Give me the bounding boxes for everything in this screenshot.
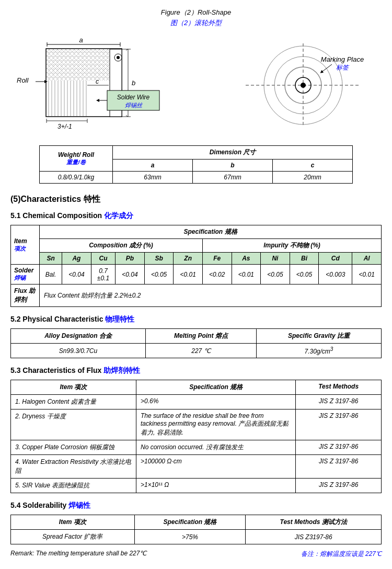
- sold-row-method: JIS Z3197-86: [246, 530, 382, 544]
- roll-right-diagram: Marking Place 标签: [230, 33, 376, 138]
- flux-row-spec: The surface of the residue shall be free…: [136, 409, 295, 440]
- flux-row-item: 3. Copper Plate Corrosion 铜板腐蚀: [11, 440, 136, 455]
- flux-row-spec: No corrosion occurred. 没有腐蚀发生: [136, 440, 295, 455]
- melting-val: 227 ℃: [145, 344, 256, 358]
- val-as: <0.01: [232, 265, 261, 284]
- svg-text:标签: 标签: [336, 64, 350, 71]
- flux-row-item: 1. Halogen Content 卤素含量: [11, 395, 136, 409]
- col-ni: Ni: [261, 253, 290, 265]
- flux-content: Flux Content 助焊剂含量 2.2%±0.2: [40, 284, 382, 307]
- physical-table: Alloy Designation 合金 Melting Point 熔点 Sp…: [10, 328, 382, 358]
- flux-row-method: JIS Z 3197-86: [296, 409, 382, 440]
- figure-title-cn: 图（2）滚轮外型: [10, 18, 382, 28]
- col-cu: Cu: [91, 253, 115, 265]
- s51-heading: 5.1 Chemical Composition 化学成分: [10, 211, 382, 221]
- sold-row-spec: >75%: [134, 530, 246, 544]
- col-ag: Ag: [62, 253, 91, 265]
- section5-heading: (5)Characteristics 特性: [10, 194, 382, 205]
- sold-spec-header: Specification 规格: [134, 515, 246, 530]
- solder-label: Solder 焊锡: [11, 265, 40, 284]
- dim-weight-val: 0.8/0.9/1.0kg: [40, 172, 113, 184]
- remark: Remark: The melting temperature shall be…: [10, 550, 382, 559]
- flux-row-item: 2. Dryness 干燥度: [11, 409, 136, 440]
- flux-row-method: JIS Z 3197-86: [296, 440, 382, 455]
- col-pb: Pb: [116, 253, 145, 265]
- svg-text:Solder Wire: Solder Wire: [117, 94, 150, 101]
- flux-row: 1. Halogen Content 卤素含量 >0.6% JIS Z 3197…: [11, 395, 382, 409]
- flux-row: 3. Copper Plate Corrosion 铜板腐蚀 No corros…: [11, 440, 382, 455]
- dim-c-val: 20mm: [273, 172, 353, 184]
- col-al: Al: [352, 253, 382, 265]
- flux-method-header: Test Methods: [296, 380, 382, 395]
- flux-row: 4. Water Extraction Resistivity 水溶液比电阻 >…: [11, 455, 382, 479]
- val-fe: <0.02: [202, 265, 232, 284]
- val-cu: 0.7±0.1: [91, 265, 115, 284]
- col-zn: Zn: [174, 253, 203, 265]
- flux-row-item: 5. SIR Value 表面绝缘阻抗: [11, 479, 136, 493]
- flux-label: Flux 助焊剂: [11, 284, 40, 307]
- dim-b-val: 67mm: [193, 172, 273, 184]
- val-cd: <0.003: [319, 265, 352, 284]
- svg-text:c: c: [96, 78, 99, 85]
- svg-rect-9: [47, 81, 87, 116]
- dimension-table: Weight/ Roll 重量/卷 Dimension 尺寸 a b c 0.8…: [39, 145, 353, 184]
- col-sb: Sb: [144, 253, 174, 265]
- svg-text:Marking Place: Marking Place: [321, 55, 364, 63]
- dim-header-main: Dimension 尺寸: [113, 146, 353, 160]
- val-ag: <0.04: [62, 265, 91, 284]
- flux-row-method: JIS Z 3197-86: [296, 455, 382, 479]
- melting-header: Melting Point 熔点: [145, 329, 256, 344]
- dim-a-val: 63mm: [113, 172, 193, 184]
- flux-row-method: JIS Z 3197-86: [296, 479, 382, 493]
- val-sn: Bal.: [40, 265, 62, 284]
- dim-weight-header-en: Weight/ Roll: [58, 151, 94, 158]
- flux-row-spec: >1×10¹¹ Ω: [136, 479, 295, 493]
- chem-imp-header: Impurity 不纯物 (%): [202, 239, 381, 253]
- alloy-val: Sn99.3/0.7Cu: [11, 344, 146, 358]
- alloy-header: Alloy Designation 合金: [11, 329, 146, 344]
- svg-text:b: b: [132, 79, 135, 87]
- s52-heading: 5.2 Physical Characteristic 物理特性: [10, 315, 382, 324]
- s53-heading: 5.3 Characteristics of Flux 助焊剂特性: [10, 366, 382, 375]
- dim-col-a: a: [113, 160, 193, 172]
- flux-spec-header: Specification 规格: [136, 380, 295, 395]
- remark-right: 备注：熔解温度应该是 227℃: [301, 550, 382, 559]
- col-as: As: [232, 253, 261, 265]
- flux-row-item: 4. Water Extraction Resistivity 水溶液比电阻: [11, 455, 136, 479]
- svg-text:焊锡丝: 焊锡丝: [124, 102, 143, 108]
- gravity-val: 7.30g/cm3: [256, 344, 381, 358]
- flux-row-spec: >100000 Ω·cm: [136, 455, 295, 479]
- col-bi: Bi: [290, 253, 319, 265]
- svg-line-38: [321, 64, 332, 72]
- roll-left-diagram: a Roll: [16, 33, 183, 138]
- dim-weight-header-cn: 重量/卷: [43, 158, 109, 166]
- svg-point-35: [301, 83, 306, 88]
- col-fe: Fe: [202, 253, 232, 265]
- col-sn: Sn: [40, 253, 62, 265]
- sold-method-header: Test Methods 测试方法: [246, 515, 382, 530]
- remark-left: Remark: The melting temperature shall be…: [10, 550, 146, 559]
- svg-text:3+/-1: 3+/-1: [57, 123, 72, 130]
- val-pb: <0.04: [116, 265, 145, 284]
- flux-item-header: Item 项次: [11, 380, 136, 395]
- chem-comp-header: Composition 成分 (%): [40, 239, 203, 253]
- flux-table: Item 项次 Specification 规格 Test Methods 1.…: [10, 380, 382, 493]
- sold-row: Spread Factor 扩散率 >75% JIS Z3197-86: [11, 530, 382, 544]
- gravity-header: Specific Gravity 比重: [256, 329, 381, 344]
- s54-heading: 5.4 Solderability 焊锡性: [10, 501, 382, 510]
- dim-col-c: c: [273, 160, 353, 172]
- flux-row: 5. SIR Value 表面绝缘阻抗 >1×10¹¹ Ω JIS Z 3197…: [11, 479, 382, 493]
- figure-title-en: Figure（2）Roll-Shape: [10, 8, 382, 17]
- flux-row-method: JIS Z 3197-86: [296, 395, 382, 409]
- svg-text:Roll: Roll: [17, 76, 29, 84]
- val-bi: <0.05: [290, 265, 319, 284]
- sold-row-item: Spread Factor 扩散率: [11, 530, 135, 544]
- roll-svg: a Roll: [16, 33, 183, 138]
- val-sb: <0.05: [144, 265, 174, 284]
- sold-item-header: Item 项次: [11, 515, 135, 530]
- chem-item-header: Item 项次: [11, 225, 40, 265]
- svg-text:a: a: [79, 36, 83, 44]
- val-al: <0.01: [352, 265, 382, 284]
- roll-diagram: a Roll: [10, 33, 382, 138]
- chem-spec-header: Specification 规格: [40, 225, 382, 239]
